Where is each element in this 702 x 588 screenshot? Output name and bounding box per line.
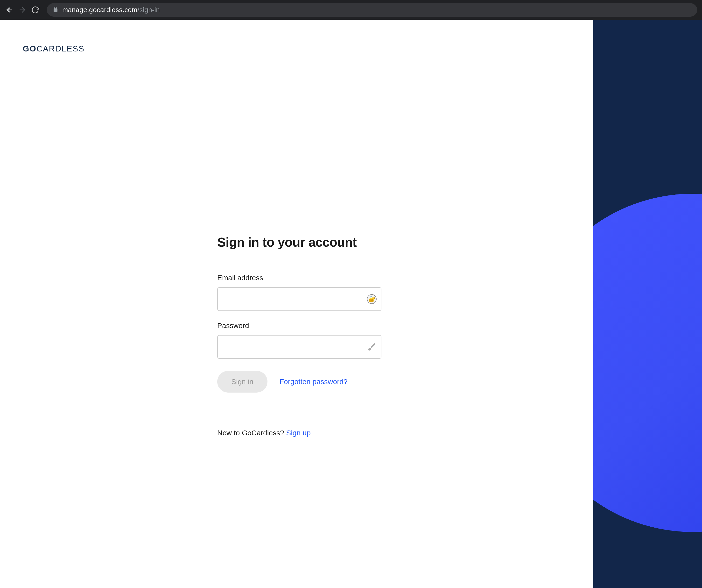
browser-chrome: manage.gocardless.com/sign-in: [0, 0, 702, 20]
decorative-blob: [593, 194, 702, 532]
signup-row: New to GoCardless? Sign up: [217, 429, 381, 437]
signin-form: Sign in to your account Email address 🔐 …: [217, 235, 381, 437]
reload-button[interactable]: [31, 6, 39, 14]
forgot-password-link[interactable]: Forgotten password?: [279, 378, 348, 386]
address-bar[interactable]: manage.gocardless.com/sign-in: [47, 3, 697, 17]
signup-link[interactable]: Sign up: [286, 429, 311, 437]
reload-icon: [31, 6, 39, 14]
action-row: Sign in Forgotten password?: [217, 371, 381, 393]
signin-button[interactable]: Sign in: [217, 371, 267, 393]
email-label: Email address: [217, 274, 381, 282]
email-field[interactable]: [217, 287, 381, 311]
logo: GOCARDLESS: [23, 44, 85, 54]
url-text: manage.gocardless.com/sign-in: [62, 6, 160, 14]
page-title: Sign in to your account: [217, 235, 381, 250]
password-input-wrapper: [217, 335, 381, 359]
left-panel: GOCARDLESS Sign in to your account Email…: [0, 20, 593, 588]
key-icon[interactable]: [367, 342, 377, 352]
page-container: GOCARDLESS Sign in to your account Email…: [0, 20, 702, 588]
credential-manager-icon[interactable]: 🔐: [367, 294, 377, 304]
lock-icon: [52, 7, 58, 13]
password-field[interactable]: [217, 335, 381, 359]
password-label: Password: [217, 321, 381, 330]
email-group: Email address 🔐: [217, 274, 381, 311]
arrow-left-icon: [5, 6, 13, 14]
right-decorative-panel: [593, 20, 702, 588]
email-input-wrapper: 🔐: [217, 287, 381, 311]
nav-back-button[interactable]: [5, 6, 13, 14]
password-group: Password: [217, 321, 381, 359]
nav-forward-button[interactable]: [18, 6, 26, 14]
arrow-right-icon: [18, 6, 26, 14]
signup-prefix: New to GoCardless?: [217, 429, 286, 437]
